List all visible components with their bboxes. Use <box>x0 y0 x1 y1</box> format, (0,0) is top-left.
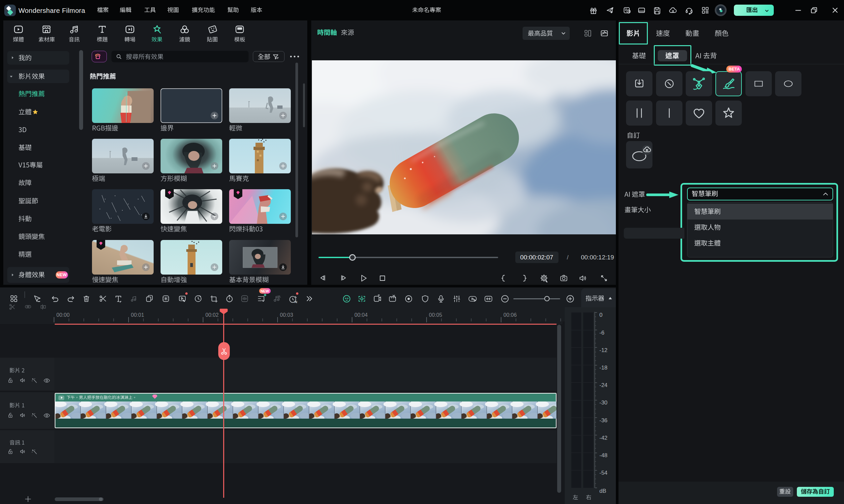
svg-text:AI: AI <box>295 301 298 304</box>
